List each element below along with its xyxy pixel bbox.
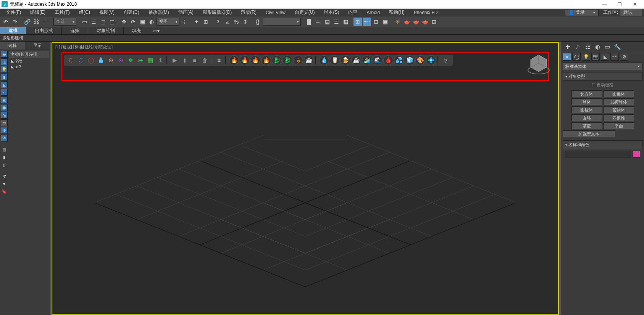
- name-color-rollout-header[interactable]: 名称和颜色: [563, 140, 642, 149]
- filter-containers-icon[interactable]: ▭: [1, 119, 8, 126]
- autogrid-checkbox[interactable]: ☐ 自动栅格: [563, 81, 642, 89]
- filter-shapes-icon[interactable]: ◫: [1, 58, 8, 65]
- category-shapes-icon[interactable]: ◯: [572, 53, 581, 61]
- ribbon-tab[interactable]: 对象绘制: [88, 27, 124, 34]
- filter-lights-icon[interactable]: 💡: [1, 66, 8, 73]
- spinner-snap-button[interactable]: ⊕: [241, 18, 250, 26]
- menu-item[interactable]: 修改器(M): [144, 9, 174, 16]
- mirror-button[interactable]: ▐▌: [305, 18, 313, 26]
- phoenix-tool-icon[interactable]: 🔥: [261, 55, 271, 65]
- bookmark-icon[interactable]: 🔖: [1, 188, 8, 195]
- tree-row[interactable]: ◣ xt?: [9, 64, 49, 69]
- ribbon-expand-button[interactable]: ▭▾: [150, 27, 163, 34]
- phoenix-tool-icon[interactable]: 🧊: [405, 55, 415, 65]
- filter-spacewarps-icon[interactable]: 〰: [1, 89, 8, 96]
- filter-geometry-icon[interactable]: ◉: [1, 51, 8, 58]
- menu-item[interactable]: 创建(C): [119, 9, 144, 16]
- menu-item[interactable]: 渲染(R): [236, 9, 261, 16]
- redo-button[interactable]: ↷: [11, 18, 19, 26]
- align-button[interactable]: ≑: [314, 18, 322, 26]
- phoenix-tool-icon[interactable]: ⬡: [66, 56, 76, 65]
- percent-snap-button[interactable]: %: [232, 18, 240, 26]
- render-frame-button[interactable]: ☀: [393, 18, 402, 26]
- phoenix-tool-icon[interactable]: ?: [441, 56, 450, 65]
- render-setup-button[interactable]: ▣: [381, 18, 389, 26]
- named-sets-dropdown[interactable]: [263, 18, 301, 26]
- ribbon-tab[interactable]: 建模: [0, 27, 26, 34]
- named-sets-button[interactable]: {}: [253, 18, 262, 26]
- category-cameras-icon[interactable]: 📷: [591, 53, 600, 61]
- phoenix-tool-icon[interactable]: 🔥: [250, 55, 260, 65]
- subcategory-dropdown[interactable]: 标准基本体: [563, 63, 642, 70]
- login-button[interactable]: 👤 登录 ▾: [565, 9, 599, 16]
- bind-button[interactable]: 〰: [41, 18, 50, 26]
- display-list-icon[interactable]: ▤: [1, 146, 8, 153]
- material-button[interactable]: ⊡: [372, 18, 380, 26]
- phoenix-tool-icon[interactable]: ■: [190, 56, 199, 65]
- menu-item[interactable]: 动画(A): [174, 9, 198, 16]
- motion-tab-icon[interactable]: ◐: [593, 43, 602, 51]
- explorer-tab-select[interactable]: 选择: [0, 42, 25, 50]
- phoenix-tool-icon[interactable]: 🏄: [362, 55, 372, 65]
- ribbon-tab[interactable]: 填充: [124, 27, 150, 34]
- display-cards-icon[interactable]: ▮: [1, 154, 8, 161]
- filter-groups-icon[interactable]: ▣: [1, 96, 8, 103]
- select-object-button[interactable]: ▭: [80, 18, 89, 26]
- viewport[interactable]: [+] [透视] [标准] [默认明暗处理] ⬡⬡◯💧⊛⊛❄↦▦✳▶⏸■🗑≡🔥🔥…: [52, 42, 559, 315]
- display-thumbs-icon[interactable]: ▯: [1, 161, 8, 168]
- render-iter-button[interactable]: 🫖: [412, 18, 420, 26]
- phoenix-tool-icon[interactable]: 🕯: [293, 55, 303, 65]
- snap-button[interactable]: 3: [214, 18, 222, 26]
- render-prod-button[interactable]: 🫖: [402, 18, 411, 26]
- primitive-button[interactable]: 茶壶: [571, 122, 602, 129]
- primitive-button[interactable]: 圆柱体: [571, 106, 602, 113]
- menu-item[interactable]: 内容: [344, 9, 362, 16]
- phoenix-tool-icon[interactable]: ⊛: [106, 56, 115, 65]
- filter-xrefs-icon[interactable]: ◉: [1, 104, 8, 111]
- filter-all-icon[interactable]: ▼: [1, 180, 8, 187]
- menu-item[interactable]: 自定义(U): [290, 9, 320, 16]
- undo-button[interactable]: ↶: [2, 18, 10, 26]
- phoenix-tool-icon[interactable]: 🎨: [415, 55, 425, 65]
- layer-explorer-button[interactable]: ☰: [332, 18, 341, 26]
- render-online-button[interactable]: ⊞: [430, 18, 438, 26]
- ribbon-button[interactable]: ▦: [341, 18, 350, 26]
- phoenix-tool-icon[interactable]: 💠: [426, 55, 436, 65]
- angle-snap-button[interactable]: ⟁: [223, 18, 231, 26]
- display-tab-icon[interactable]: ▭: [603, 43, 612, 51]
- phoenix-tool-icon[interactable]: 🥛: [330, 55, 340, 65]
- phoenix-tool-icon[interactable]: 🐉: [282, 55, 292, 65]
- splitter[interactable]: [50, 42, 51, 315]
- phoenix-tool-icon[interactable]: 💦: [394, 55, 404, 65]
- primitive-button[interactable]: 四棱锥: [604, 114, 634, 121]
- object-type-rollout-header[interactable]: 对象类型: [563, 72, 642, 81]
- maximize-button[interactable]: ☐: [612, 0, 627, 9]
- phoenix-tool-icon[interactable]: 💧: [96, 56, 105, 65]
- phoenix-tool-icon[interactable]: ☕: [351, 55, 361, 65]
- phoenix-tool-icon[interactable]: ⏸: [180, 56, 189, 65]
- filter-frozen-icon[interactable]: ❄: [1, 127, 8, 134]
- menu-item[interactable]: 工具(T): [50, 9, 74, 16]
- schematic-button[interactable]: 〰: [363, 18, 371, 26]
- category-geometry-icon[interactable]: ●: [563, 53, 571, 61]
- phoenix-tool-icon[interactable]: 🩸: [383, 55, 393, 65]
- ribbon-tab[interactable]: 自由形式: [26, 27, 62, 34]
- menu-item[interactable]: 视图(V): [95, 9, 119, 16]
- primitive-button[interactable]: 圆环: [571, 114, 602, 121]
- phoenix-tool-icon[interactable]: ⊛: [116, 56, 125, 65]
- tree-row[interactable]: ◣ ??x: [9, 58, 49, 64]
- rotate-button[interactable]: ⟳: [129, 18, 137, 26]
- explorer-tree[interactable]: 名称(按升序排 ◣ ??x ◣ xt?: [8, 50, 50, 315]
- unlink-button[interactable]: ⛓: [32, 18, 40, 26]
- phoenix-tool-icon[interactable]: 🍺: [341, 55, 350, 65]
- manip-button[interactable]: ✦: [192, 18, 201, 26]
- phoenix-tool-icon[interactable]: ✳: [156, 56, 165, 65]
- category-spacewarps-icon[interactable]: 〰: [610, 53, 619, 61]
- funnel-icon[interactable]: ⧩: [1, 173, 8, 180]
- link-button[interactable]: 🔗: [23, 18, 31, 26]
- hierarchy-tab-icon[interactable]: ☷: [583, 43, 592, 51]
- menu-item[interactable]: Arnold: [362, 9, 384, 16]
- modify-tab-icon[interactable]: ☄: [573, 43, 582, 51]
- utilities-tab-icon[interactable]: 🔧: [613, 43, 621, 51]
- minimize-button[interactable]: —: [597, 0, 612, 9]
